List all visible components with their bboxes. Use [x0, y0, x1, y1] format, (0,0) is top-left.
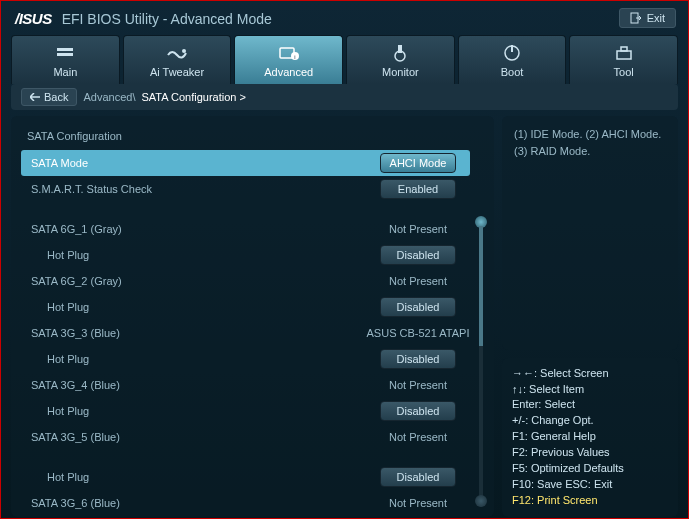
app-title: EFI BIOS Utility - Advanced Mode	[62, 11, 272, 27]
setting-label: Hot Plug	[21, 471, 380, 483]
svg-point-3	[182, 49, 186, 53]
tab-icon	[347, 44, 454, 62]
setting-value-button[interactable]: Disabled	[380, 245, 456, 265]
tab-label: Main	[12, 66, 119, 78]
setting-row[interactable]: SATA 3G_3 (Blue)ASUS CB-521 ATAPI	[21, 320, 470, 346]
tab-boot[interactable]: Boot	[458, 35, 567, 84]
setting-value-button[interactable]: Disabled	[380, 467, 456, 487]
setting-label: SATA Mode	[21, 157, 380, 169]
exit-icon	[630, 12, 642, 24]
key-hint: F5: Optimized Defaults	[512, 461, 668, 477]
key-hint: F12: Print Screen	[512, 493, 668, 509]
setting-label: SATA 3G_4 (Blue)	[21, 379, 366, 391]
scrollbar[interactable]	[474, 126, 488, 507]
setting-row[interactable]: SATA 3G_6 (Blue)Not Present	[21, 490, 470, 516]
setting-value: Not Present	[366, 431, 470, 443]
svg-rect-8	[398, 45, 402, 53]
tab-bar: MainAi TweakeriAdvancedMonitorBootTool	[1, 31, 688, 84]
setting-value-button[interactable]: AHCI Mode	[380, 153, 456, 173]
breadcrumb-path: Advanced\	[83, 91, 135, 103]
setting-row[interactable]: Hot PlugDisabled	[21, 464, 470, 490]
setting-label: Hot Plug	[21, 405, 380, 417]
exit-button[interactable]: Exit	[619, 8, 676, 28]
tab-icon: i	[235, 44, 342, 62]
tab-advanced[interactable]: iAdvanced	[234, 35, 343, 84]
tab-icon	[570, 44, 677, 62]
setting-label: SATA 3G_6 (Blue)	[21, 497, 366, 509]
setting-label: Hot Plug	[21, 249, 380, 261]
svg-rect-2	[57, 53, 73, 56]
key-hint: F2: Previous Values	[512, 445, 668, 461]
back-label: Back	[44, 91, 68, 103]
setting-label: SATA 6G_1 (Gray)	[21, 223, 366, 235]
setting-row[interactable]: Hot PlugDisabled	[21, 398, 470, 424]
back-arrow-icon	[30, 93, 40, 101]
key-hint: →←: Select Screen	[512, 366, 668, 382]
tab-label: Ai Tweaker	[124, 66, 231, 78]
content-area: SATA Configuration SATA ModeAHCI ModeS.M…	[1, 110, 688, 519]
setting-value: Not Present	[366, 379, 470, 391]
breadcrumb: Back Advanced\ SATA Configuration >	[11, 84, 678, 110]
key-hint: Enter: Select	[512, 397, 668, 413]
tab-icon	[124, 44, 231, 62]
setting-value: ASUS CB-521 ATAPI	[366, 327, 470, 339]
key-hint: ↑↓: Select Item	[512, 382, 668, 398]
breadcrumb-current: SATA Configuration >	[141, 91, 245, 103]
setting-row[interactable]: SATA 6G_2 (Gray)Not Present	[21, 268, 470, 294]
setting-label: SATA 3G_3 (Blue)	[21, 327, 366, 339]
setting-row[interactable]: SATA ModeAHCI Mode	[21, 150, 470, 176]
tab-icon	[12, 44, 119, 62]
logo: /ISUS	[15, 10, 52, 27]
setting-label: Hot Plug	[21, 301, 380, 313]
tab-monitor[interactable]: Monitor	[346, 35, 455, 84]
setting-label: S.M.A.R.T. Status Check	[21, 183, 380, 195]
scroll-thumb[interactable]	[479, 226, 483, 346]
setting-value: Not Present	[366, 223, 470, 235]
tab-label: Advanced	[235, 66, 342, 78]
tab-ai-tweaker[interactable]: Ai Tweaker	[123, 35, 232, 84]
setting-row[interactable]: Hot PlugDisabled	[21, 294, 470, 320]
scroll-track	[479, 216, 483, 507]
setting-value: Not Present	[366, 497, 470, 509]
side-panel: (1) IDE Mode. (2) AHCI Mode. (3) RAID Mo…	[502, 116, 678, 517]
tab-main[interactable]: Main	[11, 35, 120, 84]
setting-row[interactable]: SATA 3G_4 (Blue)Not Present	[21, 372, 470, 398]
setting-row[interactable]: SATA 3G_5 (Blue)Not Present	[21, 424, 470, 450]
setting-value-button[interactable]: Disabled	[380, 297, 456, 317]
back-button[interactable]: Back	[21, 88, 77, 106]
svg-text:i: i	[294, 54, 295, 60]
svg-rect-11	[617, 51, 631, 59]
setting-value: Not Present	[366, 275, 470, 287]
setting-label: SATA 3G_5 (Blue)	[21, 431, 366, 443]
setting-label: Hot Plug	[21, 353, 380, 365]
section-title: SATA Configuration	[21, 126, 470, 150]
svg-rect-1	[57, 48, 73, 51]
setting-row[interactable]: Hot PlugDisabled	[21, 242, 470, 268]
key-hint: F10: Save ESC: Exit	[512, 477, 668, 493]
setting-label: SATA 6G_2 (Gray)	[21, 275, 366, 287]
brand: /ISUS EFI BIOS Utility - Advanced Mode	[15, 10, 272, 27]
help-box: (1) IDE Mode. (2) AHCI Mode. (3) RAID Mo…	[502, 116, 678, 350]
setting-value-button[interactable]: Disabled	[380, 401, 456, 421]
key-hint: F1: General Help	[512, 429, 668, 445]
tab-tool[interactable]: Tool	[569, 35, 678, 84]
settings-list: SATA Configuration SATA ModeAHCI ModeS.M…	[21, 126, 470, 507]
tab-icon	[459, 44, 566, 62]
setting-value-button[interactable]: Disabled	[380, 349, 456, 369]
exit-label: Exit	[647, 12, 665, 24]
tab-label: Monitor	[347, 66, 454, 78]
key-hints: →←: Select Screen↑↓: Select ItemEnter: S…	[502, 358, 678, 517]
svg-rect-12	[621, 47, 627, 51]
setting-row[interactable]: S.M.A.R.T. Status CheckEnabled	[21, 176, 470, 202]
setting-value-button[interactable]: Enabled	[380, 179, 456, 199]
tab-label: Tool	[570, 66, 677, 78]
setting-row[interactable]: SATA 6G_1 (Gray)Not Present	[21, 216, 470, 242]
scroll-handle-bottom[interactable]	[475, 495, 487, 507]
setting-row[interactable]: Hot PlugDisabled	[21, 346, 470, 372]
main-panel: SATA Configuration SATA ModeAHCI ModeS.M…	[11, 116, 494, 517]
key-hint: +/-: Change Opt.	[512, 413, 668, 429]
header: /ISUS EFI BIOS Utility - Advanced Mode E…	[1, 1, 688, 31]
tab-label: Boot	[459, 66, 566, 78]
